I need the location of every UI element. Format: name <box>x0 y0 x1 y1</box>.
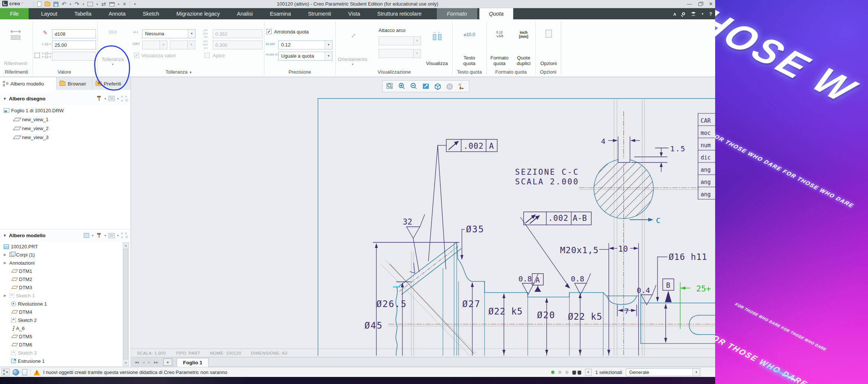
collapse-ribbon-icon[interactable]: ᴧ <box>673 11 676 17</box>
tab-quota[interactable]: Quota <box>479 8 514 19</box>
close-button[interactable]: ✕ <box>709 0 713 8</box>
tree-item-foglio[interactable]: Foglio 1 di 100120.DRW <box>0 106 123 114</box>
expand-arrow-icon[interactable]: ▶ <box>4 253 7 256</box>
quote-duplici-button[interactable]: inch[mm] Quote duplici <box>512 28 535 66</box>
help-icon[interactable]: ? <box>709 11 712 17</box>
tree-item-sketch1[interactable]: ▶ Sketch 1 <box>0 291 123 300</box>
tree-item-dtm5[interactable]: DTM5 <box>0 332 123 341</box>
tree-item-dtm4[interactable]: DTM4 <box>0 308 123 316</box>
scroll-up-icon[interactable]: ▲ <box>123 243 129 248</box>
testo-quota-button[interactable]: ⌀10.0 Testo quota <box>454 28 484 66</box>
visualizza-button[interactable]: Visualizza <box>423 28 451 66</box>
tab-vista[interactable]: Vista <box>340 8 369 19</box>
dropdown-arrow-icon[interactable]: ▼ <box>188 30 195 38</box>
expand-arrow-icon[interactable]: ▶ <box>4 294 7 297</box>
tolerance-table-dropdown[interactable]: Nessuna▼ <box>142 29 196 38</box>
tree-item-dtm3[interactable]: DTM3 <box>0 283 123 291</box>
tab-strumenti[interactable]: Strumenti <box>299 8 340 19</box>
tolleranza-button[interactable]: 10.0 Tolleranza ▼ <box>99 28 126 66</box>
dropdown-arrow-icon[interactable]: ▼ <box>325 52 332 60</box>
tree-item-estrusione[interactable]: Estrusione 1 <box>0 357 123 365</box>
toggle-navigator-button[interactable] <box>1 368 10 376</box>
collapse-caret-icon[interactable]: ▼ <box>3 97 7 101</box>
tree-item-new-view-2[interactable]: new_view_2 <box>0 124 123 132</box>
browser-globe-icon[interactable] <box>12 368 20 376</box>
settings-caret-icon[interactable]: ▾ <box>117 97 119 100</box>
tools-caret-icon[interactable]: ▾ <box>105 234 106 237</box>
filter-caret-icon[interactable]: ▼ <box>692 369 700 376</box>
tree-item-sketch2[interactable]: Sketch 2 <box>0 316 123 324</box>
tab-file[interactable]: File <box>0 8 29 19</box>
riferimenti-button[interactable]: ⟷ Riferimenti <box>1 28 30 66</box>
tree-item-dtm2[interactable]: DTM2 <box>0 275 123 283</box>
tools-caret-icon[interactable]: ▾ <box>105 97 106 100</box>
restore-button[interactable] <box>698 3 702 6</box>
search-caret-icon[interactable]: ▼ <box>585 369 592 376</box>
next-sheet-icon[interactable]: ▸ <box>148 360 151 365</box>
dimension-value-field[interactable] <box>52 41 96 49</box>
new-file-icon[interactable] <box>37 1 41 7</box>
tab-analisi[interactable]: Analisi <box>228 8 261 19</box>
view-orientation-icon[interactable] <box>433 81 443 91</box>
expand-arrow-icon[interactable]: ▶ <box>4 261 7 265</box>
command-locator-icon[interactable] <box>691 12 696 16</box>
opzioni-button[interactable]: Opzioni <box>537 28 560 66</box>
tab-browser[interactable]: Browser <box>57 77 93 90</box>
tab-layout[interactable]: Layout <box>32 8 66 19</box>
search-binoculars-icon[interactable] <box>572 370 581 375</box>
zoom-window-icon[interactable] <box>385 81 395 91</box>
tab-annota[interactable]: Annota <box>100 8 134 19</box>
scroll-thumb[interactable] <box>123 249 128 359</box>
tree-item-rivoluzione[interactable]: Rivoluzione 1 <box>0 300 123 308</box>
model-caret-icon[interactable]: ▾ <box>92 234 93 237</box>
tree-model-filter-icon[interactable] <box>84 233 89 238</box>
formato-quota-button[interactable]: 0.12↘5/8 Formato quota <box>488 28 511 66</box>
round-dim-checkbox[interactable] <box>266 29 271 34</box>
collapse-caret-icon[interactable]: ▼ <box>3 233 7 238</box>
tree-settings-icon[interactable] <box>109 233 115 238</box>
last-sheet-icon[interactable]: ▸▸ <box>154 360 158 365</box>
tab-preferiti[interactable]: Preferiti <box>93 77 129 90</box>
settings-caret-icon[interactable]: ▾ <box>117 234 119 237</box>
first-sheet-icon[interactable]: ◂◂ <box>135 360 139 365</box>
tab-tabella[interactable]: Tabella <box>66 8 100 19</box>
tab-struttura-reticolare[interactable]: Struttura reticolare <box>369 8 430 19</box>
regenerate-icon[interactable]: ⇄ <box>101 1 106 7</box>
tab-sketch[interactable]: Sketch <box>134 8 168 19</box>
model-tree-scrollbar[interactable]: ▲ ▼ <box>123 242 129 366</box>
tree-item-part[interactable]: 100120.PRT <box>0 242 123 251</box>
select-box-icon[interactable] <box>87 2 93 6</box>
sheet-tab-foglio1[interactable]: Foglio 1 <box>177 358 209 367</box>
decimals-dropdown[interactable]: 0.12▼ <box>278 41 332 49</box>
tree-item-new-view-3[interactable]: new_view_3 <box>0 133 123 141</box>
tree-item-annotazioni[interactable]: ▶ Annotazioni <box>0 259 123 267</box>
dropdown-arrow-icon[interactable]: ▼ <box>325 41 332 49</box>
prev-sheet-icon[interactable]: ◂ <box>142 360 145 365</box>
tree-filter-icon[interactable] <box>121 96 128 101</box>
tree-item-sketch3[interactable]: Sketch 3 <box>0 349 123 357</box>
tab-formato[interactable]: Formato <box>437 8 477 19</box>
zoom-out-icon[interactable] <box>409 81 419 91</box>
tree-item-dtm1[interactable]: DTM1 <box>0 267 123 275</box>
minimize-button[interactable]: — <box>687 0 692 8</box>
selection-filter-dropdown[interactable]: Generale▼ <box>626 368 700 376</box>
add-sheet-button[interactable]: + <box>163 358 172 366</box>
select-caret-icon[interactable]: ▾ <box>96 3 98 6</box>
redo-caret-icon[interactable]: ▾ <box>83 3 84 6</box>
save-icon[interactable] <box>54 2 58 7</box>
tree-item-a6[interactable]: A_6 <box>0 324 123 332</box>
scroll-down-icon[interactable]: ▼ <box>123 360 129 366</box>
tree-settings-icon[interactable] <box>109 96 115 101</box>
refit-icon[interactable] <box>421 81 431 91</box>
tab-migrazione-legacy[interactable]: Migrazione legacy <box>168 8 228 19</box>
utility-caret-icon[interactable]: ▾ <box>702 12 703 16</box>
full-screen-icon[interactable] <box>22 369 27 375</box>
tab-albero-modello[interactable]: Albero modello <box>0 77 57 90</box>
open-file-icon[interactable] <box>45 2 50 6</box>
tree-item-dtm6[interactable]: DTM6 <box>0 341 123 349</box>
dual-dim-checkbox[interactable] <box>35 53 40 58</box>
saved-views-icon[interactable] <box>445 81 454 91</box>
drawing-canvas[interactable]: SEZIONE C-C SCALA 2.000 .002 A .002 A-B … <box>131 77 715 357</box>
tree-filter-icon[interactable] <box>121 233 128 238</box>
zoom-in-icon[interactable] <box>397 81 407 91</box>
